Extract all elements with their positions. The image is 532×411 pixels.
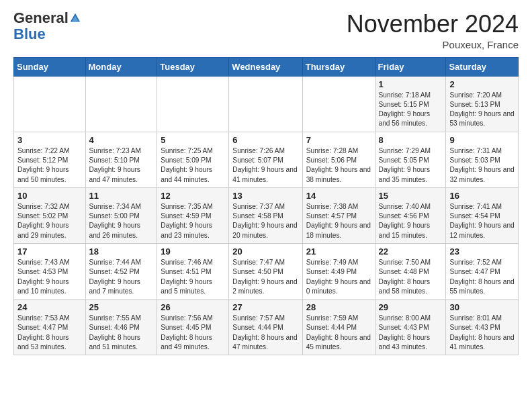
location: Pouxeux, France — [347, 39, 519, 50]
calendar-day-cell: 26Sunrise: 7:56 AMSunset: 4:45 PMDayligh… — [157, 300, 229, 355]
logo-icon — [69, 12, 81, 24]
day-number: 18 — [89, 246, 154, 257]
logo-blue-text: Blue — [13, 26, 46, 43]
day-number: 25 — [89, 302, 154, 312]
day-info: Sunrise: 7:41 AMSunset: 4:54 PMDaylight:… — [449, 202, 515, 240]
day-number: 7 — [306, 135, 371, 145]
day-info: Sunrise: 7:53 AMSunset: 4:47 PMDaylight:… — [17, 314, 82, 352]
day-number: 17 — [17, 246, 82, 257]
day-number: 27 — [232, 302, 298, 312]
calendar-day-cell: 2Sunrise: 7:20 AMSunset: 5:13 PMDaylight… — [446, 76, 519, 132]
calendar-day-cell: 27Sunrise: 7:57 AMSunset: 4:44 PMDayligh… — [229, 300, 302, 355]
calendar-day-cell: 1Sunrise: 7:18 AMSunset: 5:15 PMDaylight… — [375, 76, 446, 132]
calendar-day-cell: 13Sunrise: 7:37 AMSunset: 4:58 PMDayligh… — [229, 187, 302, 243]
calendar-day-cell: 9Sunrise: 7:31 AMSunset: 5:03 PMDaylight… — [446, 132, 519, 187]
day-number: 13 — [232, 191, 298, 201]
day-info: Sunrise: 7:38 AMSunset: 4:57 PMDaylight:… — [306, 202, 371, 240]
month-title: November 2024 — [347, 11, 519, 38]
day-number: 16 — [449, 191, 515, 201]
calendar-day-cell — [14, 76, 86, 132]
day-info: Sunrise: 7:37 AMSunset: 4:58 PMDaylight:… — [232, 202, 298, 240]
calendar-week-row: 17Sunrise: 7:43 AMSunset: 4:53 PMDayligh… — [14, 243, 519, 299]
calendar-day-cell: 15Sunrise: 7:40 AMSunset: 4:56 PMDayligh… — [375, 187, 446, 243]
day-number: 2 — [449, 79, 515, 89]
logo: General Blue — [13, 11, 81, 43]
calendar-day-header: Sunday — [14, 57, 86, 76]
day-info: Sunrise: 8:01 AMSunset: 4:43 PMDaylight:… — [449, 314, 515, 352]
day-info: Sunrise: 7:35 AMSunset: 4:59 PMDaylight:… — [161, 202, 225, 240]
calendar-day-cell — [85, 76, 157, 132]
day-info: Sunrise: 7:26 AMSunset: 5:07 PMDaylight:… — [232, 146, 298, 185]
day-info: Sunrise: 7:18 AMSunset: 5:15 PMDaylight:… — [379, 91, 443, 129]
calendar-day-cell: 28Sunrise: 7:59 AMSunset: 4:44 PMDayligh… — [302, 300, 375, 355]
calendar-week-row: 3Sunrise: 7:22 AMSunset: 5:12 PMDaylight… — [14, 132, 519, 187]
day-info: Sunrise: 7:56 AMSunset: 4:45 PMDaylight:… — [161, 314, 225, 352]
day-info: Sunrise: 7:59 AMSunset: 4:44 PMDaylight:… — [306, 314, 371, 352]
calendar-table: SundayMondayTuesdayWednesdayThursdayFrid… — [13, 57, 519, 356]
day-info: Sunrise: 7:31 AMSunset: 5:03 PMDaylight:… — [449, 146, 515, 185]
day-number: 15 — [379, 191, 443, 201]
day-number: 3 — [17, 135, 82, 145]
day-info: Sunrise: 7:43 AMSunset: 4:53 PMDaylight:… — [17, 258, 82, 296]
day-number: 24 — [17, 302, 82, 312]
calendar-day-cell — [302, 76, 375, 132]
calendar-day-header: Friday — [375, 57, 446, 76]
day-number: 21 — [306, 246, 371, 257]
day-number: 28 — [306, 302, 371, 312]
calendar-day-cell: 19Sunrise: 7:46 AMSunset: 4:51 PMDayligh… — [157, 243, 229, 299]
calendar-day-cell: 20Sunrise: 7:47 AMSunset: 4:50 PMDayligh… — [229, 243, 302, 299]
day-info: Sunrise: 7:22 AMSunset: 5:12 PMDaylight:… — [17, 146, 82, 185]
calendar-day-cell: 23Sunrise: 7:52 AMSunset: 4:47 PMDayligh… — [446, 243, 519, 299]
calendar-day-cell: 7Sunrise: 7:28 AMSunset: 5:06 PMDaylight… — [302, 132, 375, 187]
calendar-day-header: Thursday — [302, 57, 375, 76]
calendar-day-cell: 22Sunrise: 7:50 AMSunset: 4:48 PMDayligh… — [375, 243, 446, 299]
day-info: Sunrise: 7:40 AMSunset: 4:56 PMDaylight:… — [379, 202, 443, 240]
day-info: Sunrise: 7:50 AMSunset: 4:48 PMDaylight:… — [379, 258, 443, 296]
day-number: 26 — [161, 302, 225, 312]
day-info: Sunrise: 7:28 AMSunset: 5:06 PMDaylight:… — [306, 146, 371, 185]
day-info: Sunrise: 7:44 AMSunset: 4:52 PMDaylight:… — [89, 258, 154, 296]
calendar-day-cell: 17Sunrise: 7:43 AMSunset: 4:53 PMDayligh… — [14, 243, 86, 299]
calendar-day-cell: 12Sunrise: 7:35 AMSunset: 4:59 PMDayligh… — [157, 187, 229, 243]
calendar-day-cell: 25Sunrise: 7:55 AMSunset: 4:46 PMDayligh… — [85, 300, 157, 355]
day-number: 6 — [232, 135, 298, 145]
calendar-day-cell: 18Sunrise: 7:44 AMSunset: 4:52 PMDayligh… — [85, 243, 157, 299]
day-info: Sunrise: 7:20 AMSunset: 5:13 PMDaylight:… — [449, 91, 515, 129]
day-info: Sunrise: 7:52 AMSunset: 4:47 PMDaylight:… — [449, 258, 515, 296]
day-number: 20 — [232, 246, 298, 257]
calendar-header-row: SundayMondayTuesdayWednesdayThursdayFrid… — [14, 57, 519, 76]
day-info: Sunrise: 7:23 AMSunset: 5:10 PMDaylight:… — [89, 146, 154, 185]
calendar-day-cell: 21Sunrise: 7:49 AMSunset: 4:49 PMDayligh… — [302, 243, 375, 299]
day-info: Sunrise: 8:00 AMSunset: 4:43 PMDaylight:… — [379, 314, 443, 352]
day-number: 11 — [89, 191, 154, 201]
day-number: 23 — [449, 246, 515, 257]
day-number: 10 — [17, 191, 82, 201]
day-info: Sunrise: 7:25 AMSunset: 5:09 PMDaylight:… — [161, 146, 225, 185]
day-number: 19 — [161, 246, 225, 257]
calendar-day-cell: 10Sunrise: 7:32 AMSunset: 5:02 PMDayligh… — [14, 187, 86, 243]
calendar-day-header: Wednesday — [229, 57, 302, 76]
day-number: 29 — [379, 302, 443, 312]
calendar-day-cell: 6Sunrise: 7:26 AMSunset: 5:07 PMDaylight… — [229, 132, 302, 187]
day-number: 5 — [161, 135, 225, 145]
day-number: 9 — [449, 135, 515, 145]
calendar-day-cell: 8Sunrise: 7:29 AMSunset: 5:05 PMDaylight… — [375, 132, 446, 187]
day-info: Sunrise: 7:49 AMSunset: 4:49 PMDaylight:… — [306, 258, 371, 296]
calendar-week-row: 24Sunrise: 7:53 AMSunset: 4:47 PMDayligh… — [14, 300, 519, 355]
day-number: 8 — [379, 135, 443, 145]
day-number: 30 — [449, 302, 515, 312]
day-info: Sunrise: 7:57 AMSunset: 4:44 PMDaylight:… — [232, 314, 298, 352]
day-number: 12 — [161, 191, 225, 201]
calendar-day-cell: 30Sunrise: 8:01 AMSunset: 4:43 PMDayligh… — [446, 300, 519, 355]
calendar-day-cell: 14Sunrise: 7:38 AMSunset: 4:57 PMDayligh… — [302, 187, 375, 243]
calendar-day-cell: 3Sunrise: 7:22 AMSunset: 5:12 PMDaylight… — [14, 132, 86, 187]
calendar-day-cell: 4Sunrise: 7:23 AMSunset: 5:10 PMDaylight… — [85, 132, 157, 187]
calendar-day-cell — [157, 76, 229, 132]
day-number: 1 — [379, 79, 443, 89]
title-block: November 2024 Pouxeux, France — [347, 11, 519, 50]
header: General Blue November 2024 Pouxeux, Fran… — [13, 11, 519, 50]
day-number: 4 — [89, 135, 154, 145]
day-number: 22 — [379, 246, 443, 257]
day-info: Sunrise: 7:55 AMSunset: 4:46 PMDaylight:… — [89, 314, 154, 352]
day-info: Sunrise: 7:32 AMSunset: 5:02 PMDaylight:… — [17, 202, 82, 240]
